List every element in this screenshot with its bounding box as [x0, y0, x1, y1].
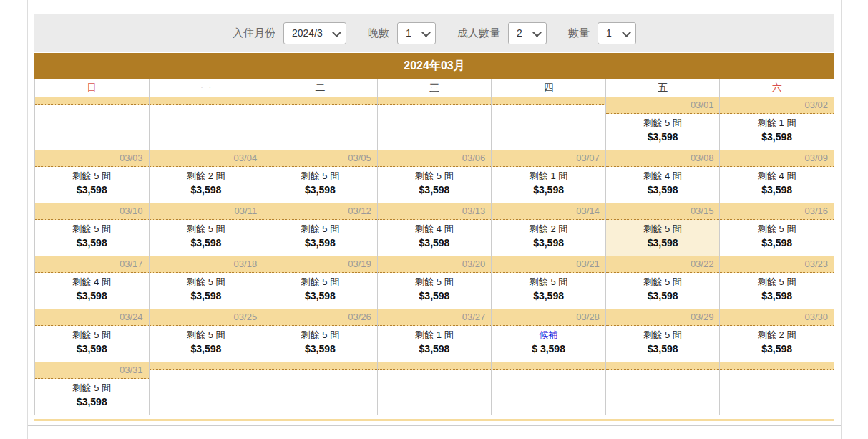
adults-group: 成人數量 2 — [457, 22, 547, 44]
cell-date — [492, 97, 605, 105]
cell-date: 03/21 — [492, 256, 605, 273]
cell-date: 03/31 — [35, 362, 149, 379]
rooms-remaining-label: 剩餘 5 間 — [301, 276, 339, 289]
price-label: $3,598 — [305, 289, 336, 303]
price-label: $3,598 — [761, 130, 792, 144]
day-cell-03/09[interactable]: 03/09剩餘 4 間$3,598 — [720, 150, 834, 203]
cell-body: 剩餘 1 間$3,598 — [492, 167, 605, 203]
rooms-remaining-label: 剩餘 5 間 — [301, 170, 339, 183]
nights-select[interactable]: 1 — [397, 22, 436, 44]
quantity-select[interactable]: 1 — [598, 22, 636, 44]
rooms-remaining-label: 剩餘 4 間 — [758, 170, 796, 183]
cell-body: 剩餘 4 間$3,598 — [606, 167, 720, 203]
cell-body: 剩餘 1 間$3,598 — [720, 114, 834, 150]
cell-body — [150, 370, 263, 415]
day-cell-03/03[interactable]: 03/03剩餘 5 間$3,598 — [35, 150, 150, 203]
day-cell-03/24[interactable]: 03/24剩餘 5 間$3,598 — [35, 309, 150, 362]
rooms-remaining-label: 剩餘 4 間 — [415, 223, 453, 236]
cell-body: 剩餘 4 間$3,598 — [378, 220, 492, 256]
day-cell-03/31[interactable]: 03/31剩餘 5 間$3,598 — [35, 362, 150, 415]
rooms-remaining-label: 剩餘 5 間 — [187, 223, 225, 236]
adults-label: 成人數量 — [457, 26, 500, 40]
day-cell-03/14[interactable]: 03/14剩餘 2 間$3,598 — [492, 203, 606, 256]
day-cell-03/11[interactable]: 03/11剩餘 5 間$3,598 — [150, 203, 264, 256]
cell-date: 03/19 — [263, 256, 377, 273]
day-cell-03/30[interactable]: 03/30剩餘 2 間$3,598 — [720, 309, 834, 362]
next-calendar-preview-border — [28, 425, 841, 426]
price-label: $3,598 — [77, 289, 107, 303]
day-cell-03/21[interactable]: 03/21剩餘 5 間$3,598 — [492, 256, 606, 309]
rooms-remaining-label: 剩餘 5 間 — [415, 170, 453, 183]
rooms-remaining-label: 剩餘 2 間 — [530, 223, 567, 236]
day-cell-03/13[interactable]: 03/13剩餘 4 間$3,598 — [378, 203, 492, 256]
cell-date: 03/29 — [606, 309, 720, 326]
weekday-header-四: 四 — [492, 79, 606, 97]
checkin-month-select[interactable]: 2024/3 — [283, 22, 346, 44]
cell-date: 03/23 — [720, 256, 834, 273]
day-cell-03/02[interactable]: 03/02剩餘 1 間$3,598 — [720, 97, 834, 150]
day-cell-03/10[interactable]: 03/10剩餘 5 間$3,598 — [35, 203, 150, 256]
day-cell-03/28[interactable]: 03/28候補$ 3,598 — [492, 309, 606, 362]
day-cell-03/17[interactable]: 03/17剩餘 4 間$3,598 — [35, 256, 150, 309]
day-cell-03/12[interactable]: 03/12剩餘 5 間$3,598 — [263, 203, 378, 256]
cell-body: 剩餘 5 間$3,598 — [606, 114, 720, 150]
cell-body: 剩餘 5 間$3,598 — [35, 379, 149, 415]
cell-body: 剩餘 5 間$3,598 — [606, 273, 720, 309]
price-label: $3,598 — [761, 289, 792, 303]
day-cell-03/01[interactable]: 03/01剩餘 5 間$3,598 — [606, 97, 721, 150]
cell-body: 剩餘 5 間$3,598 — [378, 273, 492, 309]
price-label: $3,598 — [419, 183, 450, 197]
day-cell-03/19[interactable]: 03/19剩餘 5 間$3,598 — [263, 256, 378, 309]
day-cell-03/29[interactable]: 03/29剩餘 5 間$3,598 — [606, 309, 721, 362]
rooms-remaining-label: 剩餘 5 間 — [73, 170, 111, 183]
day-cell-03/22[interactable]: 03/22剩餘 5 間$3,598 — [606, 256, 721, 309]
day-cell-empty — [263, 97, 378, 150]
page-container: 入住月份 2024/3 晚數 1 成人數量 2 — [27, 0, 842, 439]
cell-body — [378, 370, 492, 415]
cell-date: 03/12 — [263, 203, 377, 220]
cell-body: 剩餘 5 間$3,598 — [150, 273, 263, 309]
adults-select[interactable]: 2 — [508, 22, 547, 44]
price-label: $3,598 — [305, 236, 336, 250]
rooms-remaining-label: 剩餘 1 間 — [415, 329, 453, 342]
rooms-remaining-label: 剩餘 5 間 — [73, 223, 111, 236]
day-cell-03/26[interactable]: 03/26剩餘 5 間$3,598 — [263, 309, 378, 362]
price-label: $3,598 — [77, 342, 107, 356]
price-label: $ 3,598 — [532, 342, 565, 356]
day-cell-empty — [35, 97, 150, 150]
day-cell-03/27[interactable]: 03/27剩餘 1 間$3,598 — [378, 309, 492, 362]
day-cell-03/08[interactable]: 03/08剩餘 4 間$3,598 — [606, 150, 721, 203]
day-cell-03/05[interactable]: 03/05剩餘 5 間$3,598 — [263, 150, 378, 203]
price-label: $3,598 — [648, 130, 678, 144]
cell-body — [263, 370, 377, 415]
price-label: $3,598 — [761, 183, 792, 197]
price-label: $3,598 — [648, 289, 678, 303]
cell-body: 剩餘 5 間$3,598 — [492, 273, 605, 309]
rooms-remaining-label: 剩餘 5 間 — [530, 276, 567, 289]
rooms-remaining-label: 剩餘 2 間 — [187, 170, 225, 183]
day-cell-03/16[interactable]: 03/16剩餘 5 間$3,598 — [720, 203, 834, 256]
weekday-header-六: 六 — [720, 79, 834, 97]
checkin-month-label: 入住月份 — [233, 26, 275, 40]
day-cell-03/15[interactable]: 03/15剩餘 5 間$3,598 — [606, 203, 721, 256]
day-cell-empty — [492, 97, 606, 150]
cell-date: 03/18 — [150, 256, 263, 273]
rooms-remaining-label: 剩餘 5 間 — [73, 382, 111, 395]
rooms-remaining-label: 剩餘 2 間 — [758, 329, 796, 342]
cell-date — [720, 362, 834, 370]
day-cell-03/25[interactable]: 03/25剩餘 5 間$3,598 — [150, 309, 264, 362]
cell-body: 剩餘 5 間$3,598 — [35, 326, 149, 362]
day-cell-03/07[interactable]: 03/07剩餘 1 間$3,598 — [492, 150, 606, 203]
cell-date — [492, 362, 605, 370]
cell-date — [263, 362, 377, 370]
cell-date: 03/11 — [150, 203, 263, 220]
rooms-remaining-label: 剩餘 1 間 — [758, 117, 796, 130]
cell-date — [150, 362, 263, 370]
day-cell-03/20[interactable]: 03/20剩餘 5 間$3,598 — [378, 256, 492, 309]
day-cell-03/23[interactable]: 03/23剩餘 5 間$3,598 — [720, 256, 834, 309]
price-label: $3,598 — [305, 183, 336, 197]
day-cell-03/06[interactable]: 03/06剩餘 5 間$3,598 — [378, 150, 492, 203]
day-cell-03/04[interactable]: 03/04剩餘 2 間$3,598 — [150, 150, 264, 203]
waitlist-link[interactable]: 候補 — [540, 329, 558, 342]
day-cell-03/18[interactable]: 03/18剩餘 5 間$3,598 — [150, 256, 264, 309]
